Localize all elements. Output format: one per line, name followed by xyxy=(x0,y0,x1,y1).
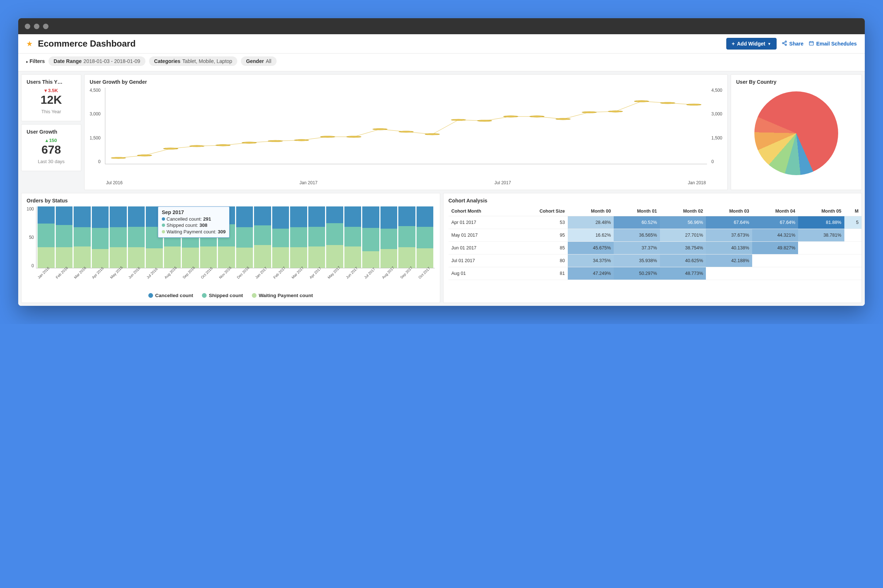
legend-item-shipped[interactable]: Shipped count xyxy=(202,293,243,298)
tt-label: Waiting Payment count: xyxy=(167,229,217,234)
filter-chip-gender[interactable]: Gender All xyxy=(241,56,277,66)
card-title: Cohort Analysis xyxy=(448,198,862,204)
dot-icon xyxy=(162,230,165,233)
email-schedules-link[interactable]: Email Schedules xyxy=(809,40,857,47)
svg-line-3 xyxy=(784,42,785,43)
kpi-card-users-year[interactable]: Users This Y… ▾ 3.5K 12K This Year xyxy=(21,74,81,121)
kpi-delta-value: 3.5K xyxy=(48,88,58,93)
dot-icon xyxy=(162,224,165,227)
card-orders-by-status[interactable]: Orders by Status 100500 Jan 2016Feb 2016… xyxy=(21,193,440,303)
chart-legend: Cancelled count Shipped count Waiting Pa… xyxy=(27,293,435,298)
filter-chip-categories[interactable]: Categories Tablet, Mobile, Laptop xyxy=(149,56,237,66)
plot-area xyxy=(105,88,707,164)
legend-item-waiting[interactable]: Waiting Payment count xyxy=(252,293,313,298)
x-axis: Jan 2016Feb 2016Mar 2016Apr 2016May 2016… xyxy=(27,270,435,284)
card-user-by-country[interactable]: User By Country xyxy=(731,74,862,190)
y-axis-right: 4,5003,0001,5000 xyxy=(709,88,722,164)
chip-label: Gender xyxy=(246,58,264,64)
y-axis: 100500 xyxy=(27,206,36,268)
email-schedules-label: Email Schedules xyxy=(816,41,857,46)
legend-label: Waiting Payment count xyxy=(259,293,313,298)
window-dot-close[interactable] xyxy=(25,24,30,29)
x-axis: Jul 2016Jan 2017Jul 2017Jan 2018 xyxy=(90,179,722,185)
chip-value: 2018-01-03 - 2018-01-09 xyxy=(83,58,140,64)
arrow-down-icon: ▾ xyxy=(44,88,47,93)
chart-tooltip: Sep 2017 Cancelled count: 291 Shipped co… xyxy=(158,206,230,238)
share-icon xyxy=(782,40,787,47)
kpi-delta-value: 150 xyxy=(49,138,57,143)
add-widget-button[interactable]: + Add Widget ▼ xyxy=(726,38,776,50)
kpi-column: Users This Y… ▾ 3.5K 12K This Year User … xyxy=(21,74,81,190)
legend-label: Cancelled count xyxy=(155,293,193,298)
star-icon[interactable]: ★ xyxy=(26,39,33,48)
card-title: User By Country xyxy=(736,79,856,85)
tt-label: Shipped count: xyxy=(167,222,198,228)
dot-icon xyxy=(252,293,257,298)
card-title: User Growth xyxy=(27,129,76,135)
y-axis-left: 4,5003,0001,5000 xyxy=(90,88,103,164)
page-title: Ecommerce Dashboard xyxy=(38,39,135,49)
dot-icon xyxy=(148,293,153,298)
filter-chip-date-range[interactable]: Date Range 2018-01-03 - 2018-01-09 xyxy=(48,56,145,66)
growth-chart: 4,5003,0001,5000 4,5003,0001,5000 xyxy=(90,88,722,179)
legend-item-cancelled[interactable]: Cancelled count xyxy=(148,293,193,298)
window-titlebar xyxy=(18,18,865,34)
dot-icon xyxy=(202,293,207,298)
pie-chart xyxy=(736,88,856,177)
topbar: ★ Ecommerce Dashboard + Add Widget ▼ Sha… xyxy=(18,34,865,54)
legend-label: Shipped count xyxy=(209,293,243,298)
card-cohort-analysis[interactable]: Cohort Analysis Cohort MonthCohort SizeM… xyxy=(443,193,862,303)
card-title: Orders by Status xyxy=(27,198,435,204)
tooltip-title: Sep 2017 xyxy=(162,209,226,216)
dashboard-row-1: Users This Y… ▾ 3.5K 12K This Year User … xyxy=(18,71,865,193)
chip-label: Categories xyxy=(154,58,181,64)
plot-area xyxy=(36,206,435,268)
window-dot-min[interactable] xyxy=(34,24,39,29)
kpi-sublabel: This Year xyxy=(27,109,76,114)
filters-toggle[interactable]: Filters xyxy=(26,58,45,64)
dashboard-row-2: Orders by Status 100500 Jan 2016Feb 2016… xyxy=(18,193,865,306)
pie-graphic xyxy=(754,92,838,175)
kpi-value: 678 xyxy=(27,143,76,156)
svg-line-4 xyxy=(784,44,785,44)
tt-label: Cancelled count: xyxy=(167,216,202,222)
card-title: User Growth by Gender xyxy=(90,79,722,85)
orders-chart: 100500 Jan 2016Feb 2016Mar 2016Apr 2016M… xyxy=(27,206,435,284)
chip-value: Tablet, Mobile, Laptop xyxy=(182,58,232,64)
kpi-delta: ▾ 3.5K xyxy=(27,88,76,93)
share-link[interactable]: Share xyxy=(782,40,803,47)
filter-bar: Filters Date Range 2018-01-03 - 2018-01-… xyxy=(18,54,865,71)
card-title: Users This Y… xyxy=(27,79,76,85)
add-widget-label: Add Widget xyxy=(737,41,765,46)
arrow-up-icon: ▴ xyxy=(45,138,48,143)
share-label: Share xyxy=(789,41,803,46)
cohort-table: Cohort MonthCohort SizeMonth 00Month 01M… xyxy=(448,206,862,280)
card-user-growth-gender[interactable]: User Growth by Gender 4,5003,0001,5000 4… xyxy=(84,74,728,190)
dot-icon xyxy=(162,218,165,220)
tt-value: 308 xyxy=(199,222,208,228)
kpi-card-user-growth[interactable]: User Growth ▴ 150 678 Last 30 days xyxy=(21,124,81,171)
calendar-icon xyxy=(809,40,814,47)
tt-value: 309 xyxy=(218,229,226,234)
plus-icon: + xyxy=(732,41,735,46)
cohort-table-wrap[interactable]: Cohort MonthCohort SizeMonth 00Month 01M… xyxy=(448,206,862,280)
svg-rect-5 xyxy=(809,42,814,45)
chip-value: All xyxy=(266,58,271,64)
caret-down-icon: ▼ xyxy=(767,42,771,46)
kpi-delta: ▴ 150 xyxy=(27,138,76,143)
kpi-value: 12K xyxy=(27,93,76,106)
kpi-sublabel: Last 30 days xyxy=(27,159,76,164)
tt-value: 291 xyxy=(203,216,211,222)
window-dot-max[interactable] xyxy=(43,24,48,29)
chip-label: Date Range xyxy=(54,58,82,64)
app-window: ★ Ecommerce Dashboard + Add Widget ▼ Sha… xyxy=(18,18,865,306)
